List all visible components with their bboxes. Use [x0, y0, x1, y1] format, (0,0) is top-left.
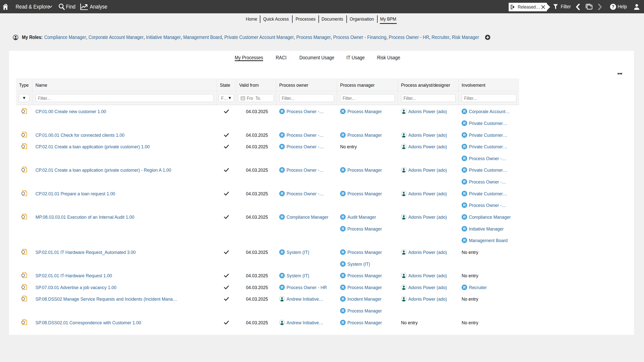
- svg-text:?: ?: [612, 4, 615, 9]
